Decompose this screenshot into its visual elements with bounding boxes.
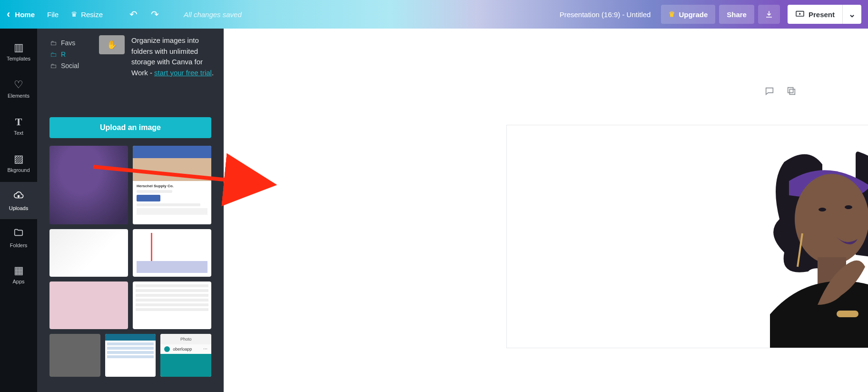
duplicate-button[interactable] bbox=[786, 86, 797, 98]
text-icon: T bbox=[15, 117, 22, 127]
chevron-left-icon: ‹ bbox=[7, 8, 10, 20]
uploads-panel: 🗀 Favs 🗀 R 🗀 Social Organize images into… bbox=[37, 29, 224, 392]
thumb-fb-title: Herschel Supply Co. bbox=[137, 184, 207, 188]
save-status: All changes saved bbox=[184, 10, 242, 19]
canvas-toolbar bbox=[764, 86, 797, 98]
thumb-ig-title: Photo bbox=[160, 334, 211, 344]
crown-icon: ♛ bbox=[669, 10, 675, 19]
rail-background-label: Bkground bbox=[7, 167, 30, 173]
folder-favs-label: Favs bbox=[61, 39, 75, 47]
upload-image-button[interactable]: Upload an image bbox=[49, 117, 211, 138]
document-title[interactable]: Presentation (16:9) - Untitled bbox=[560, 10, 651, 19]
upload-thumb[interactable] bbox=[133, 281, 211, 329]
redo-button[interactable]: ↷ bbox=[151, 9, 159, 20]
resize-label: Resize bbox=[81, 10, 103, 19]
upgrade-button[interactable]: ♛ Upgrade bbox=[661, 5, 715, 24]
share-button[interactable]: Share bbox=[719, 5, 754, 24]
slide[interactable] bbox=[507, 125, 868, 348]
download-icon bbox=[765, 10, 773, 19]
apps-icon: ▦ bbox=[14, 265, 24, 276]
undo-button[interactable]: ↶ bbox=[129, 9, 138, 20]
rail-templates-label: Templates bbox=[7, 56, 30, 61]
home-label: Home bbox=[15, 10, 35, 19]
svg-rect-7 bbox=[837, 311, 858, 317]
thumb-ig-user: oberloapp bbox=[173, 347, 192, 352]
upload-thumb[interactable] bbox=[133, 229, 211, 277]
present-caret[interactable]: ⌄ bbox=[842, 5, 861, 24]
chevron-down-icon: ⌄ bbox=[848, 9, 856, 20]
rail-elements[interactable]: ♡ Elements bbox=[0, 70, 37, 108]
download-button[interactable] bbox=[758, 5, 780, 24]
svg-rect-2 bbox=[789, 89, 795, 94]
rail-background[interactable]: ▨ Bkground bbox=[0, 145, 37, 182]
present-button[interactable]: Present bbox=[788, 5, 842, 24]
file-menu[interactable]: File bbox=[47, 10, 59, 19]
rail-text[interactable]: T Text bbox=[0, 108, 37, 145]
thumb-facebook-mock: Herschel Supply Co. bbox=[133, 146, 211, 224]
thumb-chart bbox=[137, 233, 207, 273]
promo-thumb[interactable] bbox=[99, 35, 125, 54]
rail-folders-label: Folders bbox=[10, 242, 28, 248]
comment-button[interactable] bbox=[764, 86, 775, 98]
elements-icon: ♡ bbox=[14, 80, 23, 90]
present-group: Present ⌄ bbox=[784, 5, 861, 24]
undo-redo-group: ↶ ↷ bbox=[129, 9, 159, 20]
folder-social-label: Social bbox=[61, 62, 79, 70]
folder-icon: 🗀 bbox=[49, 50, 57, 58]
present-icon bbox=[795, 10, 805, 18]
slide-image[interactable] bbox=[741, 125, 868, 348]
svg-rect-1 bbox=[788, 88, 793, 93]
upload-thumb[interactable] bbox=[49, 146, 128, 224]
main-area: ▥ Templates ♡ Elements T Text ▨ Bkground… bbox=[0, 29, 868, 392]
promo-link[interactable]: start your free trial bbox=[154, 69, 212, 77]
promo-dot: . bbox=[212, 69, 214, 77]
rail-apps[interactable]: ▦ Apps bbox=[0, 256, 37, 293]
svg-point-6 bbox=[845, 205, 852, 209]
rail-text-label: Text bbox=[14, 130, 23, 136]
rail-elements-label: Elements bbox=[8, 93, 30, 99]
thumb-instagram-post: Photo oberloapp⋯ bbox=[160, 334, 211, 377]
rail-folders[interactable]: Folders bbox=[0, 219, 37, 256]
crown-icon: ♛ bbox=[71, 10, 77, 19]
upload-thumb[interactable] bbox=[49, 334, 100, 377]
upgrade-label: Upgrade bbox=[679, 10, 708, 19]
promo-banner: Organize images into folders with unlimi… bbox=[99, 35, 217, 78]
svg-point-5 bbox=[819, 208, 826, 211]
upload-thumb[interactable]: Herschel Supply Co. bbox=[133, 146, 211, 224]
topbar-left: ‹ Home File ♛ Resize ↶ ↷ All changes sav… bbox=[7, 8, 242, 20]
upload-thumb[interactable] bbox=[49, 229, 128, 277]
upload-thumb[interactable]: Photo oberloapp⋯ bbox=[160, 334, 211, 377]
rail-apps-label: Apps bbox=[12, 279, 24, 284]
canvas-area[interactable] bbox=[224, 29, 868, 392]
side-rail: ▥ Templates ♡ Elements T Text ▨ Bkground… bbox=[0, 29, 37, 392]
folder-icon: 🗀 bbox=[49, 62, 57, 70]
background-icon: ▨ bbox=[14, 154, 24, 164]
folders-icon bbox=[13, 227, 24, 240]
rail-uploads-label: Uploads bbox=[9, 205, 28, 211]
rail-uploads[interactable]: Uploads bbox=[0, 182, 37, 219]
uploads-icon bbox=[13, 190, 24, 202]
svg-point-3 bbox=[795, 174, 868, 264]
upload-thumb[interactable] bbox=[105, 334, 156, 377]
promo-text: Organize images into folders with unlimi… bbox=[131, 35, 217, 78]
templates-icon: ▥ bbox=[14, 42, 24, 53]
uploads-grid: Herschel Supply Co. bbox=[49, 146, 211, 377]
home-button[interactable]: ‹ Home bbox=[7, 8, 35, 20]
present-label: Present bbox=[809, 10, 835, 19]
resize-menu[interactable]: ♛ Resize bbox=[71, 10, 103, 19]
folder-selected-label: R bbox=[61, 50, 66, 58]
thumb-instagram-settings bbox=[105, 334, 156, 377]
top-toolbar: ‹ Home File ♛ Resize ↶ ↷ All changes sav… bbox=[0, 0, 868, 29]
folder-icon: 🗀 bbox=[49, 39, 57, 47]
rail-templates[interactable]: ▥ Templates bbox=[0, 33, 37, 70]
upload-thumb[interactable] bbox=[49, 281, 128, 329]
thumb-table bbox=[136, 284, 208, 326]
